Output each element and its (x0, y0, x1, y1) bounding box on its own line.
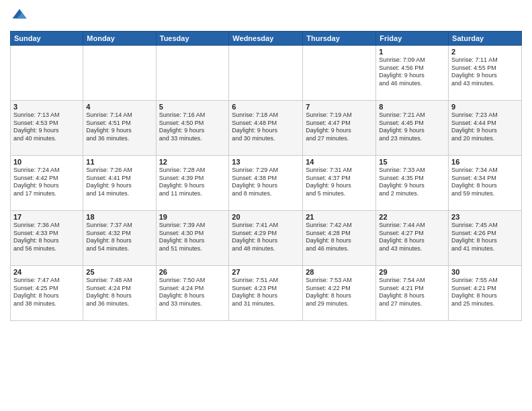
calendar-cell: 9Sunrise: 7:23 AM Sunset: 4:44 PM Daylig… (449, 101, 522, 156)
calendar-cell: 21Sunrise: 7:42 AM Sunset: 4:28 PM Dayli… (303, 211, 376, 266)
calendar-week-0: 1Sunrise: 7:09 AM Sunset: 4:56 PM Daylig… (11, 46, 522, 101)
calendar-table: SundayMondayTuesdayWednesdayThursdayFrid… (10, 31, 522, 321)
day-number: 8 (379, 103, 445, 111)
calendar-week-2: 10Sunrise: 7:24 AM Sunset: 4:42 PM Dayli… (11, 156, 522, 211)
day-number: 27 (232, 268, 300, 276)
calendar-cell (303, 46, 376, 101)
calendar-cell: 26Sunrise: 7:50 AM Sunset: 4:24 PM Dayli… (156, 266, 229, 321)
day-number: 14 (306, 158, 373, 166)
calendar-cell (83, 46, 156, 101)
calendar-weekday-saturday: Saturday (449, 32, 522, 46)
day-info: Sunrise: 7:33 AM Sunset: 4:35 PM Dayligh… (379, 167, 445, 198)
calendar-weekday-wednesday: Wednesday (229, 32, 303, 46)
header (10, 7, 522, 26)
day-info: Sunrise: 7:14 AM Sunset: 4:51 PM Dayligh… (86, 111, 152, 143)
day-number: 15 (379, 158, 445, 166)
calendar-cell: 24Sunrise: 7:47 AM Sunset: 4:25 PM Dayli… (11, 266, 83, 321)
day-number: 12 (159, 158, 226, 166)
day-number: 4 (86, 103, 152, 111)
day-info: Sunrise: 7:50 AM Sunset: 4:24 PM Dayligh… (159, 277, 226, 308)
day-info: Sunrise: 7:19 AM Sunset: 4:47 PM Dayligh… (306, 111, 373, 143)
calendar-cell: 6Sunrise: 7:18 AM Sunset: 4:48 PM Daylig… (229, 101, 303, 156)
calendar-cell (156, 46, 229, 101)
calendar-header-row: SundayMondayTuesdayWednesdayThursdayFrid… (11, 32, 522, 46)
day-number: 18 (86, 213, 152, 221)
day-number: 19 (159, 213, 226, 221)
day-info: Sunrise: 7:28 AM Sunset: 4:39 PM Dayligh… (159, 167, 226, 198)
calendar-cell: 27Sunrise: 7:51 AM Sunset: 4:23 PM Dayli… (229, 266, 303, 321)
day-number: 22 (379, 213, 445, 221)
calendar-cell: 5Sunrise: 7:16 AM Sunset: 4:50 PM Daylig… (156, 101, 229, 156)
day-number: 5 (159, 103, 226, 111)
day-number: 10 (13, 158, 80, 166)
logo (10, 7, 32, 26)
day-number: 30 (451, 268, 519, 276)
calendar-cell (229, 46, 303, 101)
day-info: Sunrise: 7:18 AM Sunset: 4:48 PM Dayligh… (232, 111, 300, 143)
day-number: 24 (13, 268, 80, 276)
day-number: 28 (306, 268, 373, 276)
day-number: 16 (451, 158, 519, 166)
day-number: 29 (379, 268, 445, 276)
calendar-cell: 12Sunrise: 7:28 AM Sunset: 4:39 PM Dayli… (156, 156, 229, 211)
calendar-cell: 13Sunrise: 7:29 AM Sunset: 4:38 PM Dayli… (229, 156, 303, 211)
day-info: Sunrise: 7:34 AM Sunset: 4:34 PM Dayligh… (451, 167, 519, 198)
calendar-cell: 11Sunrise: 7:26 AM Sunset: 4:41 PM Dayli… (83, 156, 156, 211)
calendar-cell: 22Sunrise: 7:44 AM Sunset: 4:27 PM Dayli… (376, 211, 449, 266)
calendar-week-4: 24Sunrise: 7:47 AM Sunset: 4:25 PM Dayli… (11, 266, 522, 321)
calendar-weekday-monday: Monday (83, 32, 156, 46)
day-info: Sunrise: 7:21 AM Sunset: 4:45 PM Dayligh… (379, 111, 445, 143)
calendar-cell: 2Sunrise: 7:11 AM Sunset: 4:55 PM Daylig… (449, 46, 522, 101)
day-info: Sunrise: 7:31 AM Sunset: 4:37 PM Dayligh… (306, 167, 373, 198)
day-number: 11 (86, 158, 152, 166)
day-info: Sunrise: 7:48 AM Sunset: 4:24 PM Dayligh… (86, 277, 152, 308)
day-number: 3 (13, 103, 80, 111)
day-number: 26 (159, 268, 226, 276)
calendar-cell: 28Sunrise: 7:53 AM Sunset: 4:22 PM Dayli… (303, 266, 376, 321)
day-info: Sunrise: 7:42 AM Sunset: 4:28 PM Dayligh… (306, 222, 373, 253)
page: SundayMondayTuesdayWednesdayThursdayFrid… (0, 0, 532, 411)
day-number: 21 (306, 213, 373, 221)
calendar-week-3: 17Sunrise: 7:36 AM Sunset: 4:33 PM Dayli… (11, 211, 522, 266)
calendar-cell: 29Sunrise: 7:54 AM Sunset: 4:21 PM Dayli… (376, 266, 449, 321)
calendar-cell: 17Sunrise: 7:36 AM Sunset: 4:33 PM Dayli… (11, 211, 83, 266)
day-info: Sunrise: 7:36 AM Sunset: 4:33 PM Dayligh… (13, 222, 80, 253)
calendar-cell: 14Sunrise: 7:31 AM Sunset: 4:37 PM Dayli… (303, 156, 376, 211)
day-info: Sunrise: 7:55 AM Sunset: 4:21 PM Dayligh… (451, 277, 519, 308)
calendar-weekday-friday: Friday (376, 32, 449, 46)
calendar-cell: 7Sunrise: 7:19 AM Sunset: 4:47 PM Daylig… (303, 101, 376, 156)
calendar-weekday-sunday: Sunday (11, 32, 83, 46)
day-info: Sunrise: 7:29 AM Sunset: 4:38 PM Dayligh… (232, 167, 300, 198)
calendar-cell: 20Sunrise: 7:41 AM Sunset: 4:29 PM Dayli… (229, 211, 303, 266)
day-number: 23 (451, 213, 519, 221)
logo-icon (10, 7, 29, 26)
day-number: 7 (306, 103, 373, 111)
day-number: 1 (379, 48, 445, 56)
calendar-cell: 18Sunrise: 7:37 AM Sunset: 4:32 PM Dayli… (83, 211, 156, 266)
day-info: Sunrise: 7:11 AM Sunset: 4:55 PM Dayligh… (451, 56, 519, 88)
day-info: Sunrise: 7:41 AM Sunset: 4:29 PM Dayligh… (232, 222, 300, 253)
calendar-weekday-thursday: Thursday (303, 32, 376, 46)
calendar-week-1: 3Sunrise: 7:13 AM Sunset: 4:53 PM Daylig… (11, 101, 522, 156)
calendar-cell: 8Sunrise: 7:21 AM Sunset: 4:45 PM Daylig… (376, 101, 449, 156)
day-info: Sunrise: 7:26 AM Sunset: 4:41 PM Dayligh… (86, 167, 152, 198)
day-info: Sunrise: 7:51 AM Sunset: 4:23 PM Dayligh… (232, 277, 300, 308)
day-number: 17 (13, 213, 80, 221)
calendar-cell: 19Sunrise: 7:39 AM Sunset: 4:30 PM Dayli… (156, 211, 229, 266)
day-number: 2 (451, 48, 519, 56)
day-info: Sunrise: 7:45 AM Sunset: 4:26 PM Dayligh… (451, 222, 519, 253)
day-info: Sunrise: 7:13 AM Sunset: 4:53 PM Dayligh… (13, 111, 80, 143)
calendar-cell: 16Sunrise: 7:34 AM Sunset: 4:34 PM Dayli… (449, 156, 522, 211)
day-info: Sunrise: 7:53 AM Sunset: 4:22 PM Dayligh… (306, 277, 373, 308)
calendar-cell: 30Sunrise: 7:55 AM Sunset: 4:21 PM Dayli… (449, 266, 522, 321)
day-number: 9 (451, 103, 519, 111)
calendar-cell: 25Sunrise: 7:48 AM Sunset: 4:24 PM Dayli… (83, 266, 156, 321)
calendar-cell: 1Sunrise: 7:09 AM Sunset: 4:56 PM Daylig… (376, 46, 449, 101)
calendar-cell: 15Sunrise: 7:33 AM Sunset: 4:35 PM Dayli… (376, 156, 449, 211)
day-info: Sunrise: 7:16 AM Sunset: 4:50 PM Dayligh… (159, 111, 226, 143)
calendar-cell (11, 46, 83, 101)
day-info: Sunrise: 7:24 AM Sunset: 4:42 PM Dayligh… (13, 167, 80, 198)
day-info: Sunrise: 7:44 AM Sunset: 4:27 PM Dayligh… (379, 222, 445, 253)
calendar-cell: 10Sunrise: 7:24 AM Sunset: 4:42 PM Dayli… (11, 156, 83, 211)
calendar-cell: 3Sunrise: 7:13 AM Sunset: 4:53 PM Daylig… (11, 101, 83, 156)
